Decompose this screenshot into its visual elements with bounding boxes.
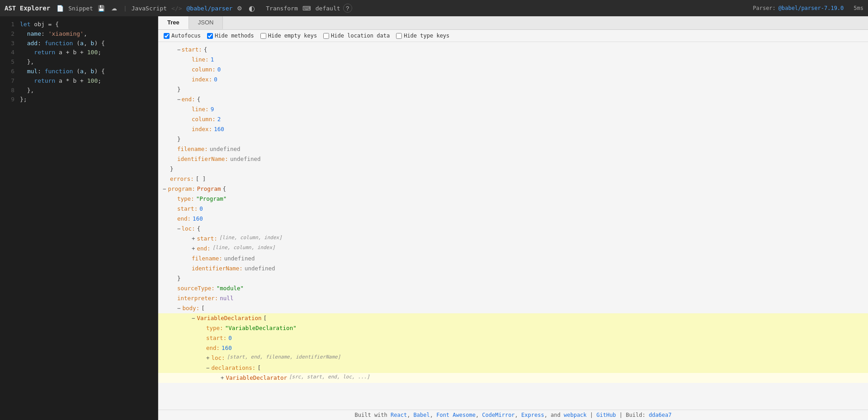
ast-line-identifiername: identifierName: undefined bbox=[158, 154, 868, 164]
ast-line-start-column: column: 0 bbox=[158, 65, 868, 75]
ast-line-vardecl-start: start: 0 bbox=[158, 333, 868, 343]
ast-line-prog-loc-close: } bbox=[158, 274, 868, 283]
parser-version-link[interactable]: @babel/parser-7.19.0 bbox=[778, 5, 844, 11]
hide-methods-option[interactable]: Hide methods bbox=[207, 33, 254, 39]
code-line-8: 8 }, bbox=[0, 86, 158, 95]
cloud-btn[interactable]: ☁ bbox=[109, 4, 119, 13]
hide-type-label: Hide type keys bbox=[404, 33, 449, 39]
snippet-save-btn[interactable]: 💾 bbox=[96, 4, 107, 13]
footer: Built with React, Babel, Font Awesome, C… bbox=[158, 410, 868, 420]
transform-label: Transform bbox=[266, 5, 297, 12]
ast-line-program: − program: Program { bbox=[158, 184, 868, 194]
default-label: default bbox=[316, 5, 340, 12]
hide-empty-checkbox[interactable] bbox=[260, 33, 266, 39]
ast-line-body: − body: [ bbox=[158, 303, 868, 313]
snippet-icon-btn[interactable]: 📄 bbox=[55, 4, 66, 13]
language-label: JavaScript bbox=[132, 5, 167, 12]
ast-line-prog-type: type: "Program" bbox=[158, 194, 868, 204]
parser-info-label: Parser: bbox=[753, 5, 776, 11]
code-line-2: 2 name: 'xiaoming', bbox=[0, 29, 158, 39]
footer-link-github[interactable]: GitHub bbox=[596, 412, 616, 418]
ast-line-prog-loc-filename: filename: undefined bbox=[158, 254, 868, 264]
ast-line-vardecl-declarations: − declarations: [ bbox=[158, 363, 868, 373]
tab-bar: Tree JSON bbox=[158, 16, 868, 30]
ast-line-end-close: } bbox=[158, 134, 868, 144]
footer-link-webpack[interactable]: webpack bbox=[564, 412, 587, 418]
ast-line-start-index: index: 0 bbox=[158, 75, 868, 85]
hide-type-option[interactable]: Hide type keys bbox=[396, 33, 449, 39]
ast-line-interpreter: interpreter: null bbox=[158, 293, 868, 303]
hide-methods-label: Hide methods bbox=[215, 33, 254, 39]
autofocus-label: Autofocus bbox=[171, 33, 201, 39]
autofocus-checkbox[interactable] bbox=[164, 33, 170, 39]
time-badge: 5ms bbox=[854, 5, 863, 11]
ast-line-vardecl: − VariableDeclaration [ bbox=[158, 313, 868, 323]
ast-line-prog-loc: − loc: { bbox=[158, 224, 868, 234]
code-line-5: 5 }, bbox=[0, 57, 158, 67]
footer-link-express[interactable]: Express bbox=[521, 412, 544, 418]
ast-line-filename: filename: undefined bbox=[158, 144, 868, 154]
ast-line-start: − start: { bbox=[158, 45, 868, 55]
snippet-label: Snippet bbox=[68, 5, 93, 12]
ast-line-vardeclarator: + VariableDeclarator [src, start, end, l… bbox=[158, 373, 868, 383]
footer-build-label: Build: bbox=[626, 412, 649, 418]
editor-pane[interactable]: 1 let obj = { 2 name: 'xiaoming', 3 add:… bbox=[0, 16, 158, 420]
ast-pane: Tree JSON Autofocus Hide methods Hide em… bbox=[158, 16, 868, 420]
options-bar: Autofocus Hide methods Hide empty keys H… bbox=[158, 30, 868, 42]
toggle-btn[interactable]: ◐ bbox=[247, 3, 257, 14]
ast-line-vardecl-end: end: 160 bbox=[158, 343, 868, 353]
ast-line-vardecl-type: type: "VariableDeclaration" bbox=[158, 323, 868, 333]
ast-line-prog-loc-idname: identifierName: undefined bbox=[158, 264, 868, 274]
sep1: | bbox=[123, 5, 127, 12]
parser-label: @babel/parser bbox=[187, 5, 233, 12]
sep2: </> bbox=[171, 5, 182, 12]
main: 1 let obj = { 2 name: 'xiaoming', 3 add:… bbox=[0, 16, 868, 420]
ast-line-start-close: } bbox=[158, 85, 868, 94]
ast-line-loc-close: } bbox=[158, 164, 868, 174]
ast-content: − start: { line: 1 column: 0 index: 0 bbox=[158, 42, 868, 410]
footer-build-hash[interactable]: dda6ea7 bbox=[649, 412, 672, 418]
code-line-1: 1 let obj = { bbox=[0, 20, 158, 29]
code-line-9: 9 }; bbox=[0, 95, 158, 104]
footer-link-codemirror[interactable]: CodeMirror bbox=[482, 412, 514, 418]
ast-line-prog-loc-end: + end: [line, column, index] bbox=[158, 244, 868, 254]
code-line-4: 4 return a + b + 100; bbox=[0, 48, 158, 57]
app-title: AST Explorer bbox=[5, 5, 50, 12]
hide-location-label: Hide location data bbox=[331, 33, 390, 39]
settings-btn[interactable]: ⚙ bbox=[235, 4, 244, 13]
hide-empty-option[interactable]: Hide empty keys bbox=[260, 33, 317, 39]
ast-line-vardecl-loc: + loc: [start, end, filename, identifier… bbox=[158, 353, 868, 363]
ast-line-end: − end: { bbox=[158, 94, 868, 104]
footer-link-react[interactable]: React bbox=[391, 412, 407, 418]
hide-location-checkbox[interactable] bbox=[323, 33, 329, 39]
hide-type-checkbox[interactable] bbox=[396, 33, 402, 39]
autofocus-option[interactable]: Autofocus bbox=[164, 33, 201, 39]
footer-text: Built with bbox=[355, 412, 391, 418]
ast-line-start-line: line: 1 bbox=[158, 55, 868, 65]
hide-location-option[interactable]: Hide location data bbox=[323, 33, 390, 39]
header: AST Explorer 📄 Snippet 💾 ☁ | JavaScript … bbox=[0, 0, 868, 16]
help-btn[interactable]: ? bbox=[343, 4, 352, 13]
ast-line-prog-end: end: 160 bbox=[158, 214, 868, 224]
ast-line-end-column: column: 2 bbox=[158, 114, 868, 124]
hide-methods-checkbox[interactable] bbox=[207, 33, 213, 39]
ast-line-sourcetype: sourceType: "module" bbox=[158, 283, 868, 293]
footer-link-babel[interactable]: Babel bbox=[414, 412, 430, 418]
ast-line-errors: errors: [ ] bbox=[158, 174, 868, 184]
ast-line-prog-loc-start: + start: [line, column, index] bbox=[158, 234, 868, 244]
hide-empty-label: Hide empty keys bbox=[268, 33, 317, 39]
code-line-7: 7 return a * b + 100; bbox=[0, 76, 158, 86]
tab-tree[interactable]: Tree bbox=[158, 16, 189, 29]
transform-icon-btn[interactable]: ⌨ bbox=[301, 4, 313, 13]
footer-link-fontawesome[interactable]: Font Awesome bbox=[436, 412, 476, 418]
tab-json[interactable]: JSON bbox=[189, 16, 223, 29]
code-line-6: 6 mul: function (a, b) { bbox=[0, 67, 158, 76]
ast-line-end-line: line: 9 bbox=[158, 104, 868, 114]
ast-line-end-index: index: 160 bbox=[158, 124, 868, 134]
code-line-3: 3 add: function (a, b) { bbox=[0, 39, 158, 48]
ast-line-prog-start: start: 0 bbox=[158, 204, 868, 214]
